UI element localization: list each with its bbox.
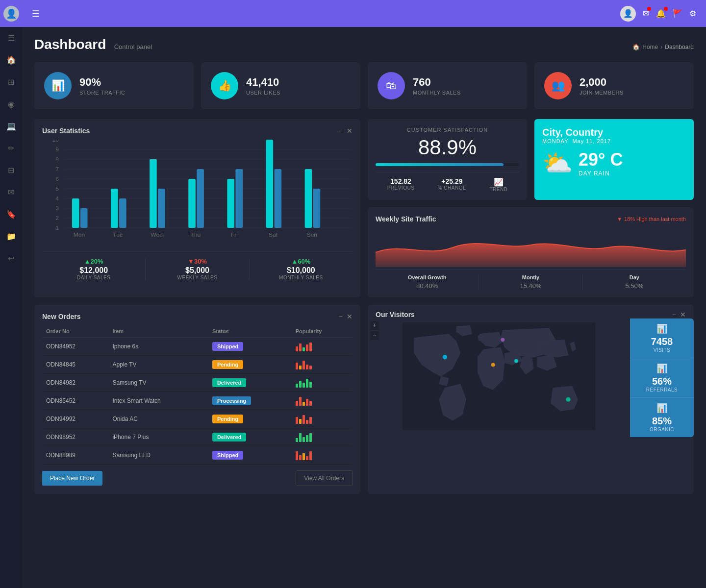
close-icon[interactable]: ✕: [347, 127, 353, 135]
flag-icon[interactable]: 🚩: [673, 9, 682, 18]
sidebar-item-menu[interactable]: ☰: [0, 27, 22, 49]
sidebar-item-edit[interactable]: ✏: [0, 137, 22, 159]
notification-icon: 🔔: [656, 9, 666, 18]
orders-minimize-icon[interactable]: −: [339, 313, 343, 320]
sidebar-item-grid[interactable]: ⊞: [0, 71, 22, 93]
order-popularity: [292, 446, 353, 465]
table-row: ODN98952 iPhone 7 Plus Delivered: [42, 428, 353, 446]
popularity-bars: [296, 360, 349, 369]
hamburger-icon[interactable]: ☰: [32, 8, 40, 19]
sidebar-item-back[interactable]: ↩: [0, 247, 22, 270]
svg-text:Mon: Mon: [74, 232, 85, 238]
orders-title: New Orders: [42, 313, 81, 320]
home-icon: 🏠: [632, 44, 640, 50]
satisfaction-card: CUSTOMER SATISFACTION 88.9% 152.82 PREVI…: [368, 119, 527, 200]
breadcrumb-home[interactable]: Home: [642, 44, 658, 50]
minimize-icon[interactable]: −: [339, 127, 343, 135]
order-popularity: [292, 356, 353, 374]
user-avatar[interactable]: 👤: [620, 6, 636, 22]
orders-close-icon[interactable]: ✕: [347, 313, 353, 320]
orders-header: New Orders − ✕: [42, 313, 353, 320]
user-statistics-card: User Statistics − ✕: [34, 119, 360, 297]
col-status: Status: [208, 325, 292, 338]
settings-icon[interactable]: ⚙: [689, 9, 696, 18]
order-no: ODN84982: [42, 374, 108, 392]
traffic-note-text: 18% High than last month: [624, 216, 686, 222]
col-popularity: Popularity: [292, 325, 353, 338]
place-order-button[interactable]: Place New Order: [42, 471, 102, 486]
orders-card: New Orders − ✕ Order No Item Status Popu…: [34, 305, 360, 494]
sidebar-item-monitor[interactable]: 💻: [0, 115, 22, 137]
svg-rect-31: [275, 169, 282, 228]
svg-rect-20: [72, 198, 79, 228]
view-all-orders-button[interactable]: View All Orders: [296, 470, 353, 486]
daily-label: DAILY SALES: [47, 275, 140, 280]
svg-point-42: [443, 355, 447, 359]
notif-badge: [664, 7, 668, 11]
visits-value: 7458: [651, 336, 673, 347]
topbar-right: 👤 ✉ 🔔 🚩 ⚙: [620, 6, 696, 22]
stat-label-sales: MONTHLY SALES: [413, 90, 461, 96]
table-row: ODN84845 Apple TV Pending: [42, 356, 353, 374]
table-row: ODN84982 Samsung TV Delivered: [42, 374, 353, 392]
svg-rect-25: [158, 189, 165, 228]
weather-card: City, Country MONDAY May 11, 2017 ⛅ 29° …: [534, 119, 694, 200]
sidebar-avatar: 👤: [0, 0, 22, 27]
visits-icon: 📊: [656, 323, 667, 334]
table-row: ODN94992 Onida AC Pending: [42, 410, 353, 428]
order-no: ODN84845: [42, 356, 108, 374]
sidebar-item-table[interactable]: ⊟: [0, 159, 22, 181]
order-status: Shipped: [208, 338, 292, 356]
svg-text:9: 9: [55, 147, 59, 152]
weather-desc: DAY RAIN: [579, 170, 623, 177]
svg-text:8: 8: [55, 157, 59, 162]
svg-text:Wed: Wed: [151, 232, 163, 238]
traffic-monthly-label: Montly: [479, 274, 582, 280]
order-item: Apple TV: [108, 356, 208, 374]
popularity-bars: [296, 378, 349, 388]
visitors-minimize-icon[interactable]: −: [672, 311, 676, 318]
order-no: ODN84952: [42, 338, 108, 356]
order-item: iPhone 7 Plus: [108, 428, 208, 446]
sidebar-item-folder[interactable]: 📁: [0, 225, 22, 247]
svg-text:5: 5: [55, 186, 59, 192]
weather-date: MONDAY May 11, 2017: [542, 138, 686, 144]
stat-info-members: 2,000 JOIN MEMBERS: [580, 76, 624, 96]
chart-header: User Statistics − ✕: [42, 127, 353, 135]
sidebar-item-mail[interactable]: ✉: [0, 181, 22, 203]
page-header: Dashboard Control panel 🏠 Home › Dashboa…: [34, 37, 694, 52]
order-no: ODN94992: [42, 410, 108, 428]
chart-stats: ▲20% $12,000 DAILY SALES ▼30% $5,000 WEE…: [42, 251, 353, 280]
order-popularity: [292, 338, 353, 356]
orders-header-row: Order No Item Status Popularity: [42, 325, 353, 338]
sidebar-item-circle[interactable]: ◉: [0, 93, 22, 115]
order-popularity: [292, 374, 353, 392]
traffic-metrics: Overall Growth 80.40% Montly 15.40% Day …: [376, 269, 686, 290]
sidebar-item-home[interactable]: 🏠: [0, 49, 22, 71]
map-zoom-out[interactable]: −: [370, 331, 379, 340]
mail-icon-wrap[interactable]: ✉: [643, 9, 649, 18]
main-grid: User Statistics − ✕: [34, 119, 694, 297]
visitors-close-icon[interactable]: ✕: [680, 311, 686, 318]
visitors-title: Our Visitors: [376, 311, 415, 318]
notif-icon-wrap[interactable]: 🔔: [656, 9, 666, 18]
svg-text:Tue: Tue: [113, 232, 123, 238]
map-zoom-in[interactable]: +: [370, 321, 379, 330]
sat-prev-label: PREVIOUS: [387, 185, 415, 191]
sidebar-item-bookmark[interactable]: 🔖: [0, 203, 22, 225]
weekly-value: $5,000: [151, 266, 244, 275]
weather-day: MONDAY: [542, 138, 568, 144]
svg-text:Thu: Thu: [190, 232, 201, 238]
sat-trend-label: TREND: [489, 187, 507, 192]
chart-controls[interactable]: − ✕: [339, 127, 353, 135]
table-row: ODN88989 Samsung LED Shipped: [42, 446, 353, 465]
svg-rect-23: [119, 198, 126, 228]
visitors-controls[interactable]: − ✕: [672, 311, 686, 318]
weather-cloud-icon: ⛅: [542, 149, 573, 177]
order-status: Delivered: [208, 374, 292, 392]
svg-text:1: 1: [55, 225, 59, 231]
orders-controls[interactable]: − ✕: [339, 313, 353, 320]
stat-icon-likes: 👍: [211, 72, 238, 99]
visitors-header: Our Visitors − ✕: [368, 305, 694, 318]
traffic-overall-label: Overall Growth: [376, 274, 479, 280]
